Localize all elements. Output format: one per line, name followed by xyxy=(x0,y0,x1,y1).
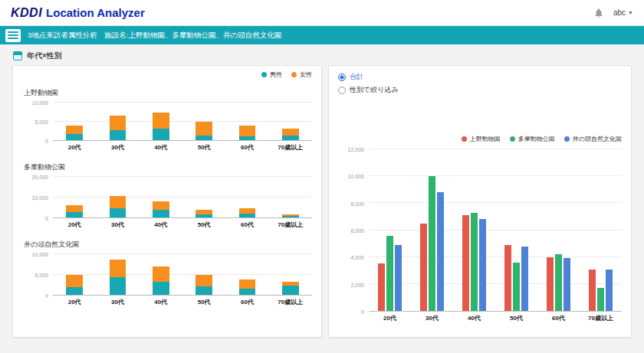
bar-segment-男性 xyxy=(239,289,255,295)
legend-item[interactable]: 男性 xyxy=(261,70,282,79)
stacked-bar xyxy=(239,103,255,140)
category-cell xyxy=(269,103,312,140)
y-tick-label: 0 xyxy=(45,216,48,221)
bar-井の頭自然文化園 xyxy=(606,270,613,312)
bar-segment-男性 xyxy=(66,134,82,140)
category-cell xyxy=(140,177,182,217)
bar-上野動物園 xyxy=(462,215,469,311)
legend-dot-icon xyxy=(261,72,267,77)
bar-上野動物園 xyxy=(504,245,511,311)
app-header: KDDI Location Analyzer abc ▼ xyxy=(0,0,644,26)
legend-label: 上野動物園 xyxy=(470,135,501,143)
stacked-bar xyxy=(110,177,126,217)
category-cell xyxy=(580,149,622,311)
x-tick-label: 50代 xyxy=(182,296,225,306)
x-tick-label: 40代 xyxy=(453,312,495,322)
category-cell xyxy=(53,103,96,140)
category-cell xyxy=(269,177,312,217)
y-axis: 02,0004,0006,0008,00010,00012,000 xyxy=(338,149,369,312)
stacked-bar xyxy=(196,177,212,217)
category-cell xyxy=(182,254,225,295)
bar-segment-男性 xyxy=(196,136,212,140)
chart-title-inokashira: 井の頭自然文化園 xyxy=(24,240,312,250)
category-cell xyxy=(453,149,495,311)
chart-title-ueno: 上野動物園 xyxy=(24,88,312,98)
hamburger-menu-button[interactable] xyxy=(5,29,21,42)
app-logo[interactable]: KDDI Location Analyzer xyxy=(11,6,145,20)
x-tick-label: 60代 xyxy=(225,296,268,306)
chevron-down-icon: ▼ xyxy=(628,10,633,15)
bar-segment-女性 xyxy=(153,201,169,211)
stacked-bar xyxy=(153,103,169,140)
radio-icon xyxy=(338,87,346,94)
stacked-bar xyxy=(110,254,126,295)
y-tick-label: 2,000 xyxy=(350,282,364,287)
stacked-bar xyxy=(239,177,255,217)
radio-option-1[interactable]: 性別で絞り込み xyxy=(338,85,399,95)
category-cell xyxy=(140,103,182,140)
x-tick-label: 20代 xyxy=(53,296,96,306)
stacked-bar-chart-ueno: 05,00010,00020代30代40代50代60代70歳以上 xyxy=(22,103,312,152)
facility-legend: 上野動物園多摩動物公園井の頭自然文化園 xyxy=(338,135,622,143)
x-tick-label: 60代 xyxy=(225,218,268,229)
bar-segment-男性 xyxy=(196,214,212,217)
legend-label: 多摩動物公園 xyxy=(518,135,555,143)
x-axis-labels: 20代30代40代50代60代70歳以上 xyxy=(53,218,312,229)
y-axis: 010,00020,000 xyxy=(22,177,53,218)
bar-井の頭自然文化園 xyxy=(437,192,444,311)
bar-segment-男性 xyxy=(282,286,298,295)
bar-segment-男性 xyxy=(110,130,126,140)
legend-item[interactable]: 多摩動物公園 xyxy=(510,135,555,143)
x-axis-labels: 20代30代40代50代60代70歳以上 xyxy=(369,312,622,322)
category-cell xyxy=(411,149,453,311)
stacked-bar xyxy=(282,103,298,140)
bar-井の頭自然文化園 xyxy=(564,258,570,311)
bar-井の頭自然文化園 xyxy=(521,247,528,311)
x-tick-label: 70歳以上 xyxy=(269,141,312,152)
bar-多摩動物公園 xyxy=(597,288,604,311)
category-cell xyxy=(225,103,268,140)
y-tick-label: 10,000 xyxy=(32,100,48,106)
section-header: 年代×性別 xyxy=(0,44,644,65)
bar-segment-男性 xyxy=(110,277,126,295)
category-cell xyxy=(96,177,139,217)
bar-上野動物園 xyxy=(589,270,596,312)
y-tick-label: 12,000 xyxy=(348,147,364,152)
legend-item[interactable]: 上野動物園 xyxy=(462,135,501,143)
bar-segment-男性 xyxy=(239,214,255,217)
stacked-bar xyxy=(196,254,212,295)
x-tick-label: 40代 xyxy=(140,296,182,306)
x-tick-label: 50代 xyxy=(182,218,225,229)
y-tick-label: 0 xyxy=(45,293,48,299)
bar-segment-女性 xyxy=(110,260,126,277)
radio-icon xyxy=(338,74,346,81)
x-tick-label: 50代 xyxy=(182,141,225,152)
legend-dot-icon xyxy=(291,72,297,77)
bar-segment-男性 xyxy=(153,282,169,295)
x-tick-label: 70歳以上 xyxy=(269,218,312,229)
user-menu[interactable]: abc ▼ xyxy=(613,8,633,17)
stacked-bar xyxy=(153,254,169,295)
bar-segment-男性 xyxy=(239,136,255,140)
y-tick-label: 10,000 xyxy=(32,252,48,257)
legend-item[interactable]: 女性 xyxy=(291,70,312,79)
bar-segment-男性 xyxy=(153,210,169,217)
bar-多摩動物公園 xyxy=(471,213,478,311)
stacked-bar xyxy=(196,103,212,140)
bar-segment-男性 xyxy=(282,136,298,140)
bar-多摩動物公園 xyxy=(386,236,393,311)
legend-item[interactable]: 井の頭自然文化園 xyxy=(564,135,622,143)
bar-segment-女性 xyxy=(239,208,255,214)
category-cell xyxy=(96,254,139,295)
stacked-bar xyxy=(110,103,126,140)
x-tick-label: 70歳以上 xyxy=(580,312,622,322)
x-tick-label: 20代 xyxy=(53,141,96,152)
grouped-bar-chart-total: 02,0004,0006,0008,00010,00012,00020代30代4… xyxy=(338,149,622,322)
category-cell xyxy=(182,103,225,140)
radio-option-0[interactable]: 合計 xyxy=(338,72,363,82)
y-tick-label: 5,000 xyxy=(34,273,48,278)
y-axis: 05,00010,000 xyxy=(22,103,53,141)
x-tick-label: 50代 xyxy=(495,312,537,322)
notification-bell-icon[interactable] xyxy=(593,8,604,18)
user-menu-label: abc xyxy=(613,8,626,17)
